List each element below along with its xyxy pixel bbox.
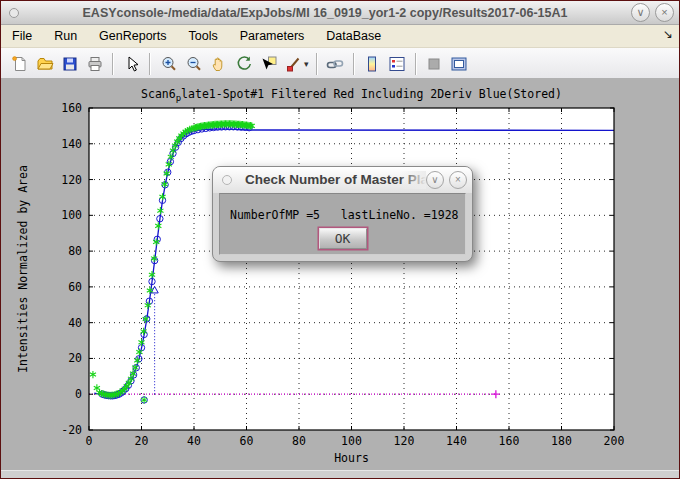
toolbar-separator (353, 53, 355, 75)
y-axis-label: Intensities Normalized by Area (16, 165, 30, 373)
dialog-title: Check Number of Master Plates (245, 172, 426, 187)
dialog-body: NumberOfMP =5 lastLineNo. =1928 OK (219, 193, 466, 255)
growth-curve-chart: 020406080100120140160180200-200204060801… (1, 78, 679, 473)
x-tick-label: 40 (187, 434, 201, 448)
menubar: File Run GenReports Tools Parameters Dat… (1, 25, 679, 48)
pointer-icon[interactable] (123, 55, 141, 73)
toolbar-separator (112, 53, 114, 75)
dialog-minimize-button[interactable]: ∨ (426, 171, 444, 189)
y-tick-label: 0 (75, 387, 82, 401)
x-tick-label: 100 (341, 434, 362, 448)
zoom-out-icon[interactable] (185, 55, 203, 73)
x-tick-label: 160 (499, 434, 520, 448)
link-plot-icon[interactable] (326, 55, 344, 73)
data-cursor-icon[interactable] (260, 55, 278, 73)
menu-database[interactable]: DataBase (315, 27, 392, 45)
ok-button[interactable]: OK (319, 228, 367, 249)
x-tick-label: 60 (240, 434, 254, 448)
y-tick-label: 40 (68, 316, 82, 330)
x-tick-label: 200 (604, 434, 625, 448)
menu-parameters[interactable]: Parameters (229, 27, 316, 45)
figure-canvas: 020406080100120140160180200-200204060801… (1, 78, 679, 471)
rotate-3d-icon[interactable] (235, 55, 253, 73)
y-tick-label: 80 (68, 244, 82, 258)
brush-dropdown-icon[interactable]: ▾ (304, 59, 309, 69)
window-title: EASYconsole-/media/data/ExpJobs/MI 16_09… (19, 6, 631, 20)
x-tick-label: 180 (551, 434, 572, 448)
x-tick-label: 80 (292, 434, 306, 448)
window-titlebar[interactable]: EASYconsole-/media/data/ExpJobs/MI 16_09… (1, 1, 679, 25)
x-tick-label: 120 (394, 434, 415, 448)
x-tick-label: 0 (86, 434, 93, 448)
toolbar-separator (415, 53, 417, 75)
dialog-title-fade (400, 171, 426, 189)
menu-run[interactable]: Run (43, 27, 88, 45)
x-axis-label: Hours (334, 451, 369, 465)
app-window: EASYconsole-/media/data/ExpJobs/MI 16_09… (0, 0, 680, 479)
x-tick-label: 20 (135, 434, 149, 448)
new-file-icon[interactable] (11, 55, 29, 73)
x-tick-label: 140 (446, 434, 467, 448)
y-tick-label: 120 (61, 173, 82, 187)
window-close-button[interactable]: × (655, 3, 674, 22)
dialog-close-button[interactable]: × (449, 171, 467, 189)
y-tick-label: 100 (61, 208, 82, 222)
toolbar-separator (149, 53, 151, 75)
toolbar-separator (316, 53, 318, 75)
y-tick-label: -20 (61, 423, 82, 437)
brush-icon[interactable] (285, 55, 303, 73)
check-master-plates-dialog: Check Number of Master Plates ∨ × Number… (212, 166, 473, 262)
window-bottom-edge (1, 470, 679, 478)
open-folder-icon[interactable] (36, 55, 54, 73)
menu-genreports[interactable]: GenReports (88, 27, 177, 45)
pan-hand-icon[interactable] (210, 55, 228, 73)
y-tick-label: 20 (68, 351, 82, 365)
dock-figure-icon[interactable] (450, 55, 468, 73)
menubar-undock-arrow-icon[interactable]: ↘ (663, 27, 673, 41)
window-menu-icon[interactable] (9, 8, 19, 18)
window-minimize-button[interactable]: ∨ (631, 3, 650, 22)
y-tick-label: 60 (68, 280, 82, 294)
zoom-in-icon[interactable] (160, 55, 178, 73)
figure-toolbar: ▾ (1, 48, 679, 80)
menu-tools[interactable]: Tools (178, 27, 229, 45)
y-tick-label: 160 (61, 101, 82, 115)
chart-title: Scan6plate1-Spot#1 Filtered Red Includin… (141, 87, 562, 103)
insert-colorbar-icon[interactable] (363, 55, 381, 73)
print-icon[interactable] (86, 55, 104, 73)
hide-plot-tools-icon (425, 55, 443, 73)
dialog-titlebar[interactable]: Check Number of Master Plates ∨ × (213, 167, 472, 193)
save-icon[interactable] (61, 55, 79, 73)
dialog-window-menu-icon[interactable] (222, 175, 232, 185)
menu-file[interactable]: File (1, 27, 43, 45)
insert-legend-icon[interactable] (388, 55, 406, 73)
dialog-message: NumberOfMP =5 lastLineNo. =1928 (230, 208, 458, 222)
y-tick-label: 140 (61, 137, 82, 151)
